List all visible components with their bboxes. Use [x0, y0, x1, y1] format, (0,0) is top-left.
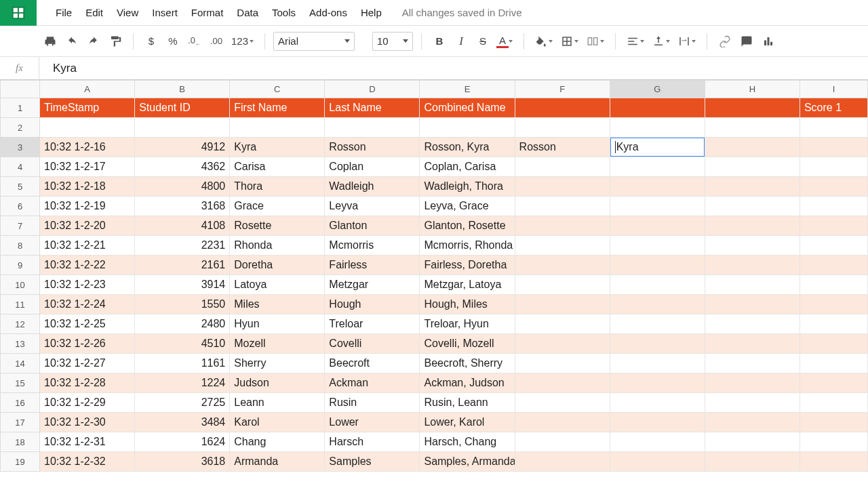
cell-A1[interactable]: TimeStamp [40, 98, 135, 118]
cell-G7[interactable] [610, 216, 705, 236]
cell-C10[interactable]: Latoya [230, 275, 325, 295]
cell-F2[interactable] [515, 118, 610, 138]
cell-C15[interactable]: Judson [230, 373, 325, 393]
cell-E18[interactable]: Harsch, Chang [420, 432, 515, 452]
cell-C7[interactable]: Rosette [230, 216, 325, 236]
cell-G10[interactable] [610, 275, 705, 295]
column-header-E[interactable]: E [420, 81, 515, 98]
cell-E15[interactable]: Ackman, Judson [420, 373, 515, 393]
cell-C2[interactable] [230, 118, 325, 138]
cell-C1[interactable]: First Name [230, 98, 325, 118]
column-header-F[interactable]: F [515, 81, 610, 98]
insert-link-button[interactable] [715, 32, 734, 51]
cell-I10[interactable] [800, 275, 867, 295]
italic-button[interactable]: I [452, 32, 471, 51]
cell-E12[interactable]: Treloar, Hyun [420, 314, 515, 334]
cell-F6[interactable] [515, 197, 610, 216]
cell-F18[interactable] [515, 432, 610, 452]
font-family-select[interactable]: Arial [273, 32, 355, 51]
cell-B4[interactable]: 4362 [135, 157, 230, 177]
cell-G4[interactable] [610, 157, 705, 177]
menu-insert[interactable]: Insert [145, 3, 184, 22]
cell-E5[interactable]: Wadleigh, Thora [420, 177, 515, 197]
cell-A11[interactable]: 10:32 1-2-24 [40, 295, 135, 314]
cell-D1[interactable]: Last Name [325, 98, 420, 118]
cell-D14[interactable]: Beecroft [325, 354, 420, 373]
cell-G16[interactable] [610, 393, 705, 413]
cell-A8[interactable]: 10:32 1-2-21 [40, 236, 135, 256]
insert-comment-button[interactable] [737, 32, 756, 51]
cell-C12[interactable]: Hyun [230, 314, 325, 334]
cell-E10[interactable]: Metzgar, Latoya [420, 275, 515, 295]
cell-G5[interactable] [610, 177, 705, 197]
print-button[interactable] [41, 32, 60, 51]
cell-F8[interactable] [515, 236, 610, 256]
font-size-select[interactable]: 10 [372, 32, 413, 51]
cell-E9[interactable]: Fairless, Doretha [420, 256, 515, 275]
row-header-9[interactable]: 9 [1, 256, 40, 275]
cell-D5[interactable]: Wadleigh [325, 177, 420, 197]
cell-H14[interactable] [705, 354, 800, 373]
cell-F7[interactable] [515, 216, 610, 236]
cell-D15[interactable]: Ackman [325, 373, 420, 393]
cell-I1[interactable]: Score 1 [800, 98, 867, 118]
cell-D11[interactable]: Hough [325, 295, 420, 314]
cell-D13[interactable]: Covelli [325, 334, 420, 354]
cell-F1[interactable] [515, 98, 610, 118]
row-header-19[interactable]: 19 [1, 452, 40, 472]
column-header-H[interactable]: H [705, 81, 800, 98]
cell-G3[interactable]: Kyra [610, 138, 705, 157]
row-header-6[interactable]: 6 [1, 197, 40, 216]
cell-H4[interactable] [705, 157, 800, 177]
cell-A18[interactable]: 10:32 1-2-31 [40, 432, 135, 452]
strikethrough-button[interactable]: S [473, 32, 492, 51]
cell-C9[interactable]: Doretha [230, 256, 325, 275]
cell-B13[interactable]: 4510 [135, 334, 230, 354]
row-header-4[interactable]: 4 [1, 157, 40, 177]
cell-G1[interactable] [610, 98, 705, 118]
cell-I12[interactable] [800, 314, 867, 334]
cell-D10[interactable]: Metzgar [325, 275, 420, 295]
menu-edit[interactable]: Edit [79, 3, 110, 22]
cell-H7[interactable] [705, 216, 800, 236]
paint-format-button[interactable] [106, 32, 125, 51]
cell-C19[interactable]: Armanda [230, 452, 325, 472]
cell-G11[interactable] [610, 295, 705, 314]
redo-button[interactable] [84, 32, 103, 51]
column-header-I[interactable]: I [800, 81, 867, 98]
cell-A5[interactable]: 10:32 1-2-18 [40, 177, 135, 197]
cell-G12[interactable] [610, 314, 705, 334]
cell-B9[interactable]: 2161 [135, 256, 230, 275]
cell-D3[interactable]: Rosson [325, 138, 420, 157]
cell-B8[interactable]: 2231 [135, 236, 230, 256]
cell-H13[interactable] [705, 334, 800, 354]
borders-button[interactable] [558, 32, 581, 51]
cell-A4[interactable]: 10:32 1-2-17 [40, 157, 135, 177]
cell-E14[interactable]: Beecroft, Sherry [420, 354, 515, 373]
cell-H2[interactable] [705, 118, 800, 138]
percent-button[interactable]: % [163, 32, 182, 51]
cell-C16[interactable]: Leann [230, 393, 325, 413]
cell-G17[interactable] [610, 413, 705, 432]
cell-A2[interactable] [40, 118, 135, 138]
cell-H12[interactable] [705, 314, 800, 334]
cell-B14[interactable]: 1161 [135, 354, 230, 373]
formula-input[interactable] [39, 57, 868, 79]
row-header-3[interactable]: 3 [1, 138, 40, 157]
cell-I18[interactable] [800, 432, 867, 452]
cell-G14[interactable] [610, 354, 705, 373]
cell-F13[interactable] [515, 334, 610, 354]
cell-D6[interactable]: Leyva [325, 197, 420, 216]
more-formats-button[interactable]: 123 [229, 32, 256, 51]
cell-E6[interactable]: Leyva, Grace [420, 197, 515, 216]
cell-A17[interactable]: 10:32 1-2-30 [40, 413, 135, 432]
cell-I19[interactable] [800, 452, 867, 472]
column-header-C[interactable]: C [230, 81, 325, 98]
spreadsheet-grid[interactable]: ABCDEFGHI 1TimeStampStudent IDFirst Name… [0, 80, 868, 488]
cell-B3[interactable]: 4912 [135, 138, 230, 157]
column-header-D[interactable]: D [325, 81, 420, 98]
horizontal-align-button[interactable] [624, 32, 647, 51]
cell-D8[interactable]: Mcmorris [325, 236, 420, 256]
cell-C17[interactable]: Karol [230, 413, 325, 432]
cell-E3[interactable]: Rosson, Kyra [420, 138, 515, 157]
